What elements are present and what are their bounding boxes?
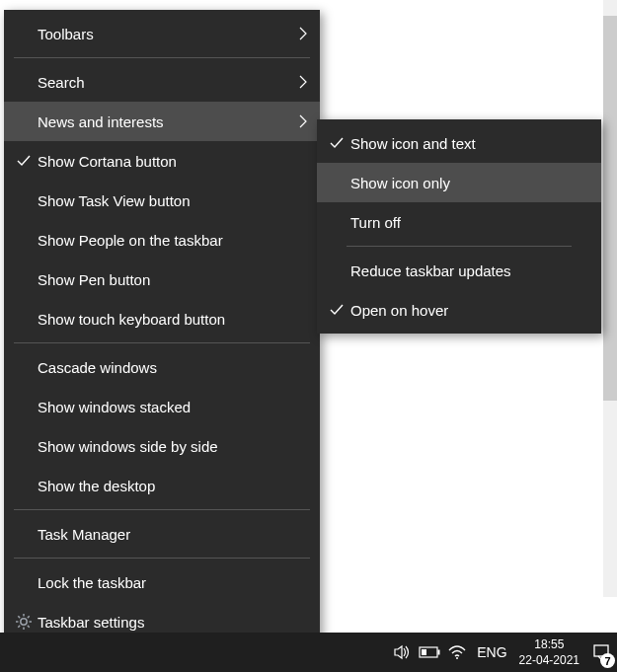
menu-label: Show People on the taskbar — [38, 232, 292, 249]
chevron-right-icon — [292, 75, 308, 89]
wifi-icon[interactable] — [445, 633, 469, 672]
chevron-right-icon — [292, 27, 308, 40]
menu-label: Search — [38, 74, 292, 91]
svg-point-0 — [21, 619, 27, 625]
menu-item-show-people[interactable]: Show People on the taskbar — [4, 220, 320, 260]
menu-item-show-pen[interactable]: Show Pen button — [4, 260, 320, 299]
menu-label: Show Task View button — [38, 192, 292, 209]
battery-icon[interactable] — [418, 633, 441, 672]
svg-rect-10 — [438, 650, 440, 655]
separator — [14, 558, 310, 559]
menu-label: Show Cortana button — [38, 153, 292, 170]
submenu-item-show-icon-text[interactable]: Show icon and text — [317, 123, 601, 163]
action-center-icon[interactable]: 7 — [585, 633, 617, 672]
menu-label: Show windows stacked — [38, 399, 292, 415]
volume-icon[interactable] — [390, 633, 414, 672]
separator — [347, 246, 572, 247]
menu-label: Lock the taskbar — [38, 574, 292, 591]
scrollbar-thumb[interactable] — [603, 16, 617, 401]
menu-item-show-stacked[interactable]: Show windows stacked — [4, 387, 320, 426]
menu-item-toolbars[interactable]: Toolbars — [4, 14, 320, 53]
menu-item-task-manager[interactable]: Task Manager — [4, 514, 320, 554]
svg-line-6 — [28, 626, 30, 628]
language-text: ENG — [477, 644, 506, 660]
check-icon — [323, 135, 350, 151]
check-icon — [10, 153, 38, 169]
menu-label: Turn off — [350, 214, 589, 231]
svg-line-7 — [28, 616, 30, 618]
menu-item-cascade-windows[interactable]: Cascade windows — [4, 347, 320, 387]
gear-icon — [10, 613, 38, 631]
submenu-item-turn-off[interactable]: Turn off — [317, 202, 601, 242]
menu-label: Show icon and text — [350, 135, 589, 152]
chevron-right-icon — [292, 114, 308, 128]
svg-point-12 — [456, 657, 458, 659]
submenu-item-reduce-updates[interactable]: Reduce taskbar updates — [317, 251, 601, 290]
clock-time: 18:55 — [519, 636, 579, 652]
check-icon — [323, 302, 350, 318]
menu-label: Task Manager — [38, 526, 292, 543]
menu-item-show-cortana[interactable]: Show Cortana button — [4, 141, 320, 181]
menu-item-show-task-view[interactable]: Show Task View button — [4, 181, 320, 220]
menu-label: Reduce taskbar updates — [350, 262, 589, 279]
svg-rect-11 — [422, 649, 426, 655]
menu-item-show-desktop[interactable]: Show the desktop — [4, 466, 320, 505]
clock[interactable]: 18:55 22-04-2021 — [513, 636, 585, 668]
menu-label: Show touch keyboard button — [38, 311, 292, 328]
menu-label: Show windows side by side — [38, 438, 292, 455]
menu-label: Toolbars — [38, 26, 292, 42]
language-indicator[interactable]: ENG — [471, 633, 512, 672]
menu-label: Show Pen button — [38, 271, 292, 288]
menu-label: Show icon only — [350, 175, 589, 191]
menu-item-side-by-side[interactable]: Show windows side by side — [4, 426, 320, 466]
svg-line-5 — [18, 616, 20, 618]
menu-label: Show the desktop — [38, 478, 292, 494]
menu-label: Taskbar settings — [38, 614, 292, 631]
menu-label: News and interests — [38, 113, 292, 130]
menu-label: Open on hover — [350, 302, 589, 319]
menu-item-lock-taskbar[interactable]: Lock the taskbar — [4, 562, 320, 602]
menu-item-show-touch-keyboard[interactable]: Show touch keyboard button — [4, 299, 320, 338]
menu-item-news-and-interests[interactable]: News and interests — [4, 102, 320, 141]
menu-label: Cascade windows — [38, 359, 292, 376]
submenu-item-show-icon-only[interactable]: Show icon only — [317, 163, 601, 202]
separator — [14, 342, 310, 343]
taskbar: ENG 18:55 22-04-2021 7 — [0, 633, 617, 672]
svg-line-8 — [18, 626, 20, 628]
submenu-item-open-on-hover[interactable]: Open on hover — [317, 290, 601, 330]
taskbar-context-menu: Toolbars Search News and interests Show … — [4, 10, 320, 645]
separator — [14, 509, 310, 510]
separator — [14, 57, 310, 58]
menu-item-search[interactable]: Search — [4, 62, 320, 102]
clock-date: 22-04-2021 — [519, 652, 579, 668]
news-interests-submenu: Show icon and text Show icon only Turn o… — [317, 119, 601, 334]
notification-badge: 7 — [600, 653, 615, 668]
